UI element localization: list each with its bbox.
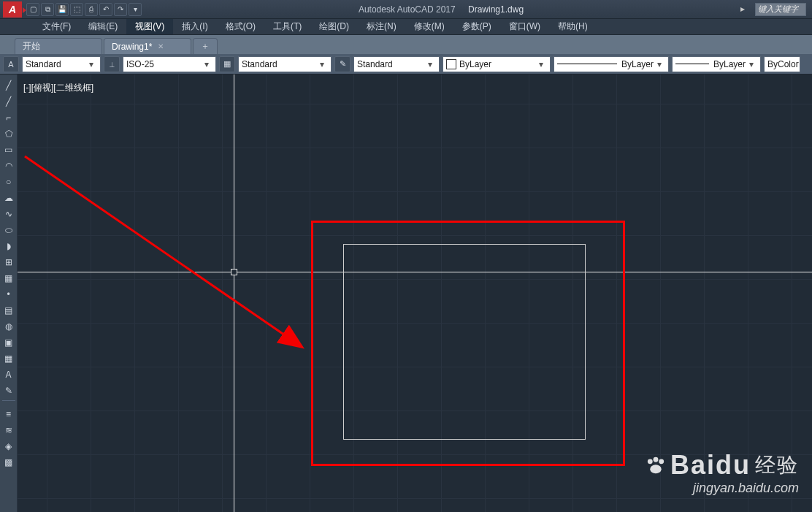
qat-print-icon[interactable]: ⎙: [85, 3, 98, 16]
menu-view[interactable]: 视图(V): [126, 19, 173, 34]
circle-tool[interactable]: ○: [2, 175, 15, 188]
dim-style-value: ISO-25: [126, 59, 154, 69]
polygon-tool[interactable]: ⬠: [2, 127, 15, 140]
select-tool[interactable]: ▩: [2, 456, 15, 469]
menu-insert[interactable]: 插入(I): [173, 19, 216, 34]
watermark-brand: Baidu: [670, 450, 751, 481]
qat-undo-icon[interactable]: ↶: [99, 3, 112, 16]
linetype-swatch: [557, 64, 617, 64]
plotstyle-value: ByColor: [767, 59, 799, 69]
revcloud-tool[interactable]: ☁: [2, 191, 15, 205]
menu-help[interactable]: 帮助(H): [549, 19, 597, 34]
menu-tools[interactable]: 工具(T): [264, 19, 310, 34]
ellipsearc-tool[interactable]: ◗: [2, 240, 15, 253]
table-style-value: Standard: [242, 59, 277, 69]
document-name: Drawing1.dwg: [468, 4, 524, 15]
draw-toolbar: ╱╱⌐⬠▭◠○☁∿⬭◗⊞▦•▤◍▣▦A✎≡≋◈▩: [0, 74, 18, 512]
text-style-combo[interactable]: Standard ▾: [22, 56, 101, 72]
table-tool[interactable]: ▦: [2, 352, 15, 365]
inquiry-tool[interactable]: ≋: [2, 424, 15, 437]
styles-toolbar: A Standard ▾ ⟂ ISO-25 ▾ ▦ Standard ▾ ✎ S…: [0, 54, 812, 74]
table-style-icon[interactable]: ▦: [219, 56, 235, 72]
quicksel-tool[interactable]: ◈: [2, 440, 15, 453]
qat-redo-icon[interactable]: ↷: [114, 3, 127, 16]
svg-point-2: [654, 457, 659, 462]
qat-new-icon[interactable]: ▢: [26, 3, 39, 16]
tab-label: Drawing1*: [112, 42, 152, 52]
text-tool[interactable]: A: [2, 368, 15, 381]
menu-parametric[interactable]: 参数(P): [453, 19, 500, 34]
layer-value: ByLayer: [459, 59, 491, 69]
drawing-canvas[interactable]: [-][俯视][二维线框] Baidu 经验 jingyan.baidu.com: [18, 74, 812, 512]
quick-access-toolbar: ▢ ⧉ 💾 ⬚ ⎙ ↶ ↷ ▾: [26, 3, 142, 16]
app-name: Autodesk AutoCAD 2017: [359, 4, 456, 15]
hatch-tool[interactable]: ▤: [2, 304, 15, 317]
svg-point-4: [650, 465, 661, 473]
search-input[interactable]: 键入关键字: [755, 3, 806, 16]
qat-open-icon[interactable]: ⧉: [41, 3, 54, 16]
region-tool[interactable]: ▣: [2, 336, 15, 349]
menu-format[interactable]: 格式(O): [217, 19, 264, 34]
window-title: Autodesk AutoCAD 2017 Drawing1.dwg: [142, 4, 740, 15]
close-tab-icon[interactable]: ✕: [158, 42, 164, 50]
insert-tool[interactable]: ⊞: [2, 256, 15, 269]
app-menu-button[interactable]: A: [3, 1, 22, 18]
tab-drawing1[interactable]: Drawing1* ✕: [104, 38, 191, 54]
chevron-down-icon: ▾: [424, 59, 436, 69]
dim-style-combo[interactable]: ISO-25 ▾: [123, 56, 216, 72]
linetype-combo[interactable]: ByLayer ▾: [554, 56, 669, 72]
text-style-icon[interactable]: A: [3, 56, 19, 72]
menu-dimension[interactable]: 标注(N): [358, 19, 405, 34]
mleader-style-icon[interactable]: ✎: [334, 56, 351, 72]
menu-draw[interactable]: 绘图(D): [310, 19, 358, 34]
mleader-style-combo[interactable]: Standard ▾: [353, 56, 440, 72]
line-tool[interactable]: ╱: [2, 79, 15, 92]
layer-combo[interactable]: ByLayer ▾: [443, 56, 551, 72]
menu-modify[interactable]: 修改(M): [405, 19, 453, 34]
annotation-arrow: [23, 155, 315, 352]
qat-more-icon[interactable]: ▾: [129, 3, 142, 16]
tab-start[interactable]: 开始: [15, 38, 102, 54]
xline-tool[interactable]: ╱: [2, 95, 15, 108]
cursor-pickbox: [231, 269, 237, 275]
annotation-highlight-box: [311, 221, 625, 466]
lineweight-combo[interactable]: ByLayer ▾: [672, 56, 761, 72]
gradient-tool[interactable]: ◍: [2, 320, 15, 333]
mleader-style-value: Standard: [357, 59, 393, 69]
paw-icon: [646, 450, 666, 481]
layer-swatch: [446, 59, 456, 69]
text-style-value: Standard: [26, 59, 61, 69]
rectangle-tool[interactable]: ▭: [2, 143, 15, 156]
svg-point-1: [648, 459, 653, 464]
point-tool[interactable]: •: [2, 288, 15, 301]
toolbar-divider: [2, 400, 15, 405]
addsel-tool[interactable]: ✎: [2, 384, 15, 397]
ellipse-tool[interactable]: ⬭: [2, 223, 15, 237]
viewport-label[interactable]: [-][俯视][二维线框]: [23, 82, 93, 94]
chevron-down-icon: ▾: [201, 59, 212, 69]
svg-point-3: [659, 459, 664, 464]
qat-saveas-icon[interactable]: ⬚: [70, 3, 83, 16]
dim-style-icon[interactable]: ⟂: [104, 56, 120, 72]
menu-edit[interactable]: 编辑(E): [80, 19, 126, 34]
infocenter-icon[interactable]: ▸: [740, 4, 752, 15]
menu-bar: 文件(F) 编辑(E) 视图(V) 插入(I) 格式(O) 工具(T) 绘图(D…: [0, 19, 812, 35]
spline-tool[interactable]: ∿: [2, 207, 15, 221]
chevron-down-icon: ▾: [746, 59, 757, 69]
chevron-down-icon: ▾: [654, 59, 665, 69]
polyline-tool[interactable]: ⌐: [2, 111, 15, 124]
block-tool[interactable]: ▦: [2, 272, 15, 285]
qat-save-icon[interactable]: 💾: [55, 3, 69, 16]
measure-tool[interactable]: ≡: [2, 408, 15, 421]
tab-label: 开始: [23, 40, 40, 53]
watermark: Baidu 经验 jingyan.baidu.com: [646, 450, 799, 496]
arc-tool[interactable]: ◠: [2, 159, 15, 172]
menu-window[interactable]: 窗口(W): [500, 19, 549, 34]
lineweight-swatch: [675, 64, 709, 64]
new-tab-button[interactable]: ＋: [193, 38, 218, 54]
plotstyle-combo[interactable]: ByColor: [764, 56, 800, 72]
menu-file[interactable]: 文件(F): [34, 19, 80, 34]
table-style-combo[interactable]: Standard ▾: [238, 56, 332, 72]
watermark-cn: 经验: [755, 451, 799, 479]
chevron-down-icon: ▾: [85, 59, 97, 69]
